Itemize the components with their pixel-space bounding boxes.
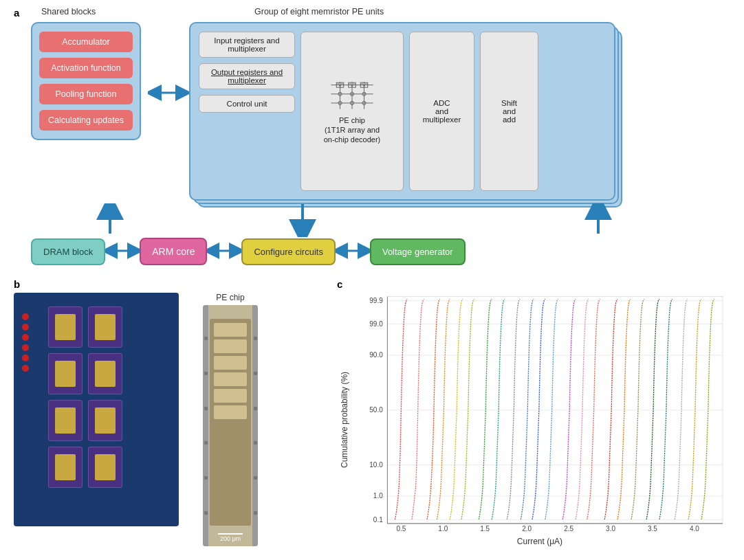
pe-chip-photo-container: PE chip xyxy=(186,293,275,546)
activation-block: Activation function xyxy=(39,58,133,78)
adc-box: ADCandmultiplexer xyxy=(409,32,474,191)
svg-text:50.0: 50.0 xyxy=(369,406,383,414)
configure-block: Configure circuits xyxy=(241,238,335,265)
chart-with-x-axis: 99.9 99.0 90.0 50.0 10.0 xyxy=(349,293,730,546)
svg-text:0.5: 0.5 xyxy=(396,525,406,533)
panel-c: c Cumulative probability (%) 99.9 xyxy=(337,278,730,546)
y-axis-label: Cumulative probability (%) xyxy=(337,293,349,546)
output-reg-box: Output registers and multiplexer xyxy=(199,63,295,89)
voltage-block: Voltage generator xyxy=(370,238,466,265)
arm-configure-arrow xyxy=(207,240,241,263)
shared-pe-arrow xyxy=(148,82,189,103)
pe-chip-diagram-box: PE chip(1T1R array andon-chip decoder) xyxy=(300,32,404,191)
input-reg-box: Input registers and multiplexer xyxy=(199,32,295,58)
red-buttons xyxy=(22,313,29,372)
pe-card-front: Input registers and multiplexer Output r… xyxy=(189,22,615,201)
svg-text:2.0: 2.0 xyxy=(522,525,532,533)
arm-block: ARM core xyxy=(140,238,207,265)
control-column: Input registers and multiplexer Output r… xyxy=(199,32,295,191)
calculating-block: Calculating updates xyxy=(39,110,133,131)
shared-blocks-box: Accumulator Activation function Pooling … xyxy=(31,22,141,140)
shift-add-box: Shiftandadd xyxy=(480,32,538,191)
chip-grid xyxy=(48,306,122,488)
chart-svg: 99.9 99.0 90.0 50.0 10.0 xyxy=(349,293,730,535)
arm-to-shared-arrow xyxy=(83,203,138,240)
chart-container: Cumulative probability (%) 99.9 xyxy=(337,293,730,546)
accumulator-block: Accumulator xyxy=(39,32,133,52)
panel-b-c: b xyxy=(14,278,730,546)
main-container: a Shared blocks Group of eight memristor… xyxy=(0,0,744,560)
svg-text:4.0: 4.0 xyxy=(690,525,699,533)
chart-svg-wrapper: 99.9 99.0 90.0 50.0 10.0 xyxy=(349,293,730,535)
panel-a: a Shared blocks Group of eight memristor… xyxy=(14,7,730,275)
scale-text: 200 μm xyxy=(220,535,241,542)
dram-block: DRAM block xyxy=(31,238,105,265)
scale-bar: 200 μm xyxy=(218,533,243,542)
panel-b-label: b xyxy=(14,278,330,290)
shared-blocks-title: Shared blocks xyxy=(41,7,96,16)
panel-a-label: a xyxy=(14,7,19,19)
svg-text:1.5: 1.5 xyxy=(480,525,490,533)
voltage-to-pe-arrow xyxy=(578,203,619,240)
svg-text:90.0: 90.0 xyxy=(369,351,383,359)
circuit-diagram xyxy=(328,78,376,113)
pe-chip-text: PE chip(1T1R array andon-chip decoder) xyxy=(324,115,381,145)
pcb-photo xyxy=(14,293,179,526)
panel-b: b xyxy=(14,278,330,546)
bottom-row: DRAM block ARM core xyxy=(31,238,466,265)
pe-group-title: Group of eight memristor PE units xyxy=(254,7,384,16)
dram-arm-arrow xyxy=(105,240,140,263)
svg-text:0.1: 0.1 xyxy=(373,516,383,524)
pe-chip-photo-label: PE chip xyxy=(216,293,244,302)
svg-text:1.0: 1.0 xyxy=(438,525,448,533)
panel-c-label: c xyxy=(337,278,730,290)
x-axis-label: Current (μA) xyxy=(349,537,730,546)
svg-text:99.9: 99.9 xyxy=(369,297,383,304)
control-unit-box: Control unit xyxy=(199,95,295,113)
svg-text:3.5: 3.5 xyxy=(648,525,657,533)
pooling-block: Pooling function xyxy=(39,84,133,104)
svg-text:3.0: 3.0 xyxy=(606,525,615,533)
svg-text:1.0: 1.0 xyxy=(373,492,383,500)
configure-voltage-arrow xyxy=(336,240,370,263)
pe-chip-photo: 200 μm xyxy=(203,305,258,546)
pe-to-arm-arrow xyxy=(254,203,351,239)
svg-text:2.5: 2.5 xyxy=(564,525,573,533)
svg-text:10.0: 10.0 xyxy=(369,461,383,469)
svg-text:99.0: 99.0 xyxy=(369,320,383,328)
